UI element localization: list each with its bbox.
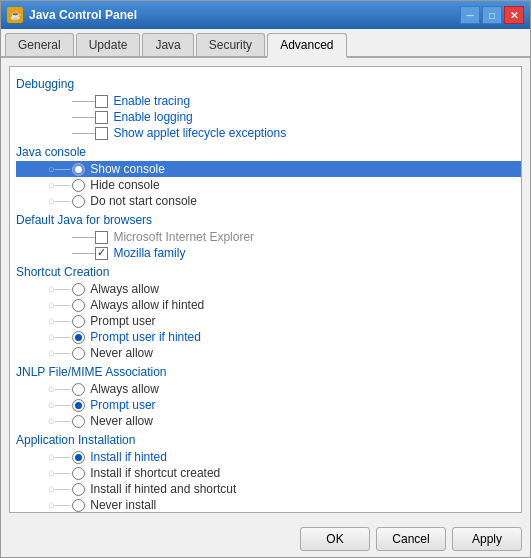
- label-shortcut-prompt: Prompt user: [90, 314, 155, 328]
- label-enable-logging: Enable logging: [113, 110, 192, 124]
- section-app-install-header: Application Installation: [16, 433, 521, 447]
- option-applet-lifecycle: ─── Show applet lifecycle exceptions: [16, 125, 521, 141]
- title-controls: ─ □ ✕: [460, 6, 524, 24]
- radio-mime-prompt[interactable]: [72, 399, 85, 412]
- title-bar-left: ☕ Java Control Panel: [7, 7, 137, 23]
- label-hide-console: Hide console: [90, 178, 159, 192]
- window: ☕ Java Control Panel ─ □ ✕ General Updat…: [0, 0, 531, 558]
- radio-mime-never[interactable]: [72, 415, 85, 428]
- option-mime-always-allow: ○── Always allow: [16, 381, 521, 397]
- radio-never-install[interactable]: [72, 499, 85, 512]
- option-never-install: ○── Never install: [16, 497, 521, 513]
- scroll-panel[interactable]: Debugging ─── Enable tracing ─── Enable …: [9, 66, 522, 513]
- radio-no-start-console[interactable]: [72, 195, 85, 208]
- option-enable-logging: ─── Enable logging: [16, 109, 521, 125]
- label-no-start-console: Do not start console: [90, 194, 197, 208]
- tab-bar: General Update Java Security Advanced: [1, 29, 530, 58]
- apply-button[interactable]: Apply: [452, 527, 522, 551]
- option-shortcut-always-allow: ○── Always allow: [16, 281, 521, 297]
- radio-show-console[interactable]: [72, 163, 85, 176]
- radio-install-hinted-shortcut[interactable]: [72, 483, 85, 496]
- option-install-if-hinted: ○── Install if hinted: [16, 449, 521, 465]
- label-show-console: Show console: [90, 162, 165, 176]
- radio-shortcut-always-allow-hinted[interactable]: [72, 299, 85, 312]
- checkbox-enable-tracing[interactable]: [95, 95, 108, 108]
- maximize-button[interactable]: □: [482, 6, 502, 24]
- checkbox-applet-lifecycle[interactable]: [95, 127, 108, 140]
- radio-shortcut-prompt-hinted[interactable]: [72, 331, 85, 344]
- option-show-console: ○── Show console: [16, 161, 521, 177]
- checkbox-ie[interactable]: [95, 231, 108, 244]
- content-area: Debugging ─── Enable tracing ─── Enable …: [1, 58, 530, 521]
- label-shortcut-never: Never allow: [90, 346, 153, 360]
- option-shortcut-always-allow-hinted: ○── Always allow if hinted: [16, 297, 521, 313]
- window-title: Java Control Panel: [29, 8, 137, 22]
- radio-install-if-shortcut[interactable]: [72, 467, 85, 480]
- section-java-console-header: Java console: [16, 145, 521, 159]
- radio-shortcut-prompt[interactable]: [72, 315, 85, 328]
- label-shortcut-always-allow-hinted: Always allow if hinted: [90, 298, 204, 312]
- tab-general[interactable]: General: [5, 33, 74, 56]
- section-default-java-header: Default Java for browsers: [16, 213, 521, 227]
- option-hide-console: ○── Hide console: [16, 177, 521, 193]
- label-install-hinted-shortcut: Install if hinted and shortcut: [90, 482, 236, 496]
- label-enable-tracing: Enable tracing: [113, 94, 190, 108]
- radio-shortcut-always-allow[interactable]: [72, 283, 85, 296]
- option-mime-never: ○── Never allow: [16, 413, 521, 429]
- label-applet-lifecycle: Show applet lifecycle exceptions: [113, 126, 286, 140]
- radio-shortcut-never[interactable]: [72, 347, 85, 360]
- label-mime-never: Never allow: [90, 414, 153, 428]
- label-mime-always-allow: Always allow: [90, 382, 159, 396]
- label-mozilla: Mozilla family: [113, 246, 185, 260]
- checkbox-enable-logging[interactable]: [95, 111, 108, 124]
- title-bar: ☕ Java Control Panel ─ □ ✕: [1, 1, 530, 29]
- checkbox-mozilla[interactable]: [95, 247, 108, 260]
- option-install-if-shortcut: ○── Install if shortcut created: [16, 465, 521, 481]
- option-mime-prompt: ○── Prompt user: [16, 397, 521, 413]
- radio-mime-always-allow[interactable]: [72, 383, 85, 396]
- section-debugging-header: Debugging: [16, 77, 521, 91]
- section-shortcut-header: Shortcut Creation: [16, 265, 521, 279]
- tab-advanced[interactable]: Advanced: [267, 33, 346, 58]
- cancel-button[interactable]: Cancel: [376, 527, 446, 551]
- option-mozilla: ─── Mozilla family: [16, 245, 521, 261]
- label-shortcut-prompt-hinted: Prompt user if hinted: [90, 330, 201, 344]
- option-install-hinted-shortcut: ○── Install if hinted and shortcut: [16, 481, 521, 497]
- option-ie: ─── Microsoft Internet Explorer: [16, 229, 521, 245]
- label-mime-prompt: Prompt user: [90, 398, 155, 412]
- radio-hide-console[interactable]: [72, 179, 85, 192]
- section-jnlp-mime-header: JNLP File/MIME Association: [16, 365, 521, 379]
- label-shortcut-always-allow: Always allow: [90, 282, 159, 296]
- radio-install-if-hinted[interactable]: [72, 451, 85, 464]
- close-button[interactable]: ✕: [504, 6, 524, 24]
- label-install-if-hinted: Install if hinted: [90, 450, 167, 464]
- minimize-button[interactable]: ─: [460, 6, 480, 24]
- label-never-install: Never install: [90, 498, 156, 512]
- tab-update[interactable]: Update: [76, 33, 141, 56]
- option-shortcut-prompt: ○── Prompt user: [16, 313, 521, 329]
- label-install-if-shortcut: Install if shortcut created: [90, 466, 220, 480]
- option-enable-tracing: ─── Enable tracing: [16, 93, 521, 109]
- option-shortcut-never: ○── Never allow: [16, 345, 521, 361]
- tab-security[interactable]: Security: [196, 33, 265, 56]
- tab-java[interactable]: Java: [142, 33, 193, 56]
- bottom-bar: OK Cancel Apply: [1, 521, 530, 557]
- ok-button[interactable]: OK: [300, 527, 370, 551]
- option-shortcut-prompt-hinted: ○── Prompt user if hinted: [16, 329, 521, 345]
- app-icon: ☕: [7, 7, 23, 23]
- label-ie: Microsoft Internet Explorer: [113, 230, 254, 244]
- option-no-start-console: ○── Do not start console: [16, 193, 521, 209]
